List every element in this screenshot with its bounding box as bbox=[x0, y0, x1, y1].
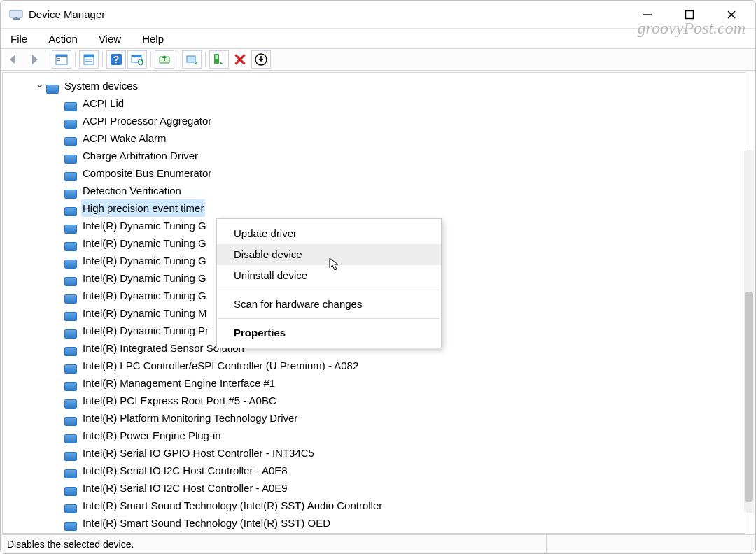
device-icon bbox=[64, 482, 77, 495]
svg-rect-23 bbox=[216, 55, 218, 59]
svg-rect-18 bbox=[132, 55, 141, 57]
device-icon bbox=[64, 307, 77, 320]
device-tree-item[interactable]: Charge Arbitration Driver bbox=[3, 147, 745, 164]
device-tree-item[interactable]: Intel(R) Platform Monitoring Technology … bbox=[3, 409, 745, 427]
device-icon bbox=[64, 342, 77, 355]
device-label: Intel(R) Smart Sound Technology (Intel(R… bbox=[81, 497, 384, 514]
svg-rect-12 bbox=[84, 55, 94, 57]
device-tree-item[interactable]: ACPI Lid bbox=[3, 94, 745, 112]
device-label: Intel(R) Dynamic Tuning G bbox=[81, 234, 208, 252]
svg-rect-9 bbox=[57, 58, 60, 59]
svg-rect-14 bbox=[85, 61, 92, 62]
device-label: Intel(R) Serial IO I2C Host Controller -… bbox=[81, 479, 289, 497]
context-menu-separator bbox=[218, 318, 440, 319]
device-icon bbox=[64, 202, 77, 215]
tree-category-system-devices[interactable]: System devices bbox=[3, 77, 745, 94]
context-menu-item[interactable]: Update driver bbox=[217, 223, 441, 244]
menu-file[interactable]: File bbox=[8, 31, 30, 46]
device-tree-item[interactable]: Intel(R) Smart Sound Technology (Intel(R… bbox=[3, 514, 745, 532]
device-icon bbox=[64, 412, 77, 425]
svg-text:?: ? bbox=[113, 54, 120, 65]
context-menu-separator bbox=[218, 290, 440, 290]
status-cell-2 bbox=[546, 535, 749, 553]
device-icon bbox=[64, 150, 77, 162]
scan-hardware-button[interactable] bbox=[127, 50, 147, 69]
device-tree-item[interactable]: Intel(R) Power Engine Plug-in bbox=[3, 427, 745, 444]
tree-category-label: System devices bbox=[63, 77, 139, 94]
device-tree-item[interactable]: Intel(R) Serial IO I2C Host Controller -… bbox=[3, 479, 745, 497]
toolbar: ? bbox=[1, 48, 755, 71]
help-button[interactable]: ? bbox=[106, 50, 126, 69]
device-label: Intel(R) Serial IO GPIO Host Controller … bbox=[81, 444, 316, 462]
device-label: Intel(R) Smart Sound Technology (Intel(R… bbox=[81, 514, 332, 532]
device-icon bbox=[64, 115, 77, 127]
device-label: Intel(R) Dynamic Tuning G bbox=[81, 217, 208, 234]
context-menu-item[interactable]: Scan for hardware changes bbox=[217, 294, 441, 315]
disable-device-button[interactable] bbox=[182, 50, 202, 69]
watermark-text: groovyPost.com bbox=[638, 19, 746, 38]
back-button[interactable] bbox=[4, 50, 23, 69]
device-icon bbox=[64, 132, 77, 145]
device-label: Intel(R) PCI Express Root Port #5 - A0BC bbox=[81, 392, 278, 409]
svg-rect-2 bbox=[15, 17, 18, 19]
device-label: Intel(R) Management Engine Interface #1 bbox=[81, 374, 276, 392]
svg-rect-8 bbox=[56, 55, 67, 57]
device-icon bbox=[64, 360, 77, 372]
properties-button[interactable] bbox=[79, 50, 99, 69]
device-icon bbox=[64, 395, 77, 407]
update-driver-button[interactable] bbox=[155, 50, 174, 69]
device-tree-item[interactable]: Intel(R) Serial IO GPIO Host Controller … bbox=[3, 444, 745, 462]
device-tree-item[interactable]: Intel(R) LPC Controller/eSPI Controller … bbox=[3, 357, 745, 374]
device-icon bbox=[64, 447, 77, 460]
device-icon bbox=[64, 464, 77, 477]
show-hide-tree-button[interactable] bbox=[52, 50, 71, 69]
device-icon bbox=[64, 325, 77, 337]
device-manager-window: Device Manager groovyPost.com File Actio… bbox=[0, 0, 756, 554]
menu-help[interactable]: Help bbox=[139, 31, 167, 46]
device-label: ACPI Lid bbox=[81, 94, 125, 112]
device-label: Intel(R) Dynamic Tuning M bbox=[81, 304, 209, 322]
menu-action[interactable]: Action bbox=[46, 31, 80, 46]
device-tree-item[interactable]: Intel(R) Serial IO I2C Host Controller -… bbox=[3, 462, 745, 479]
scroll-thumb[interactable] bbox=[745, 292, 753, 502]
device-tree-item[interactable]: Intel(R) PCI Express Root Port #5 - A0BC bbox=[3, 392, 745, 409]
device-tree-item[interactable]: Detection Verification bbox=[3, 182, 745, 199]
svg-rect-21 bbox=[187, 56, 195, 62]
status-text: Disables the selected device. bbox=[7, 539, 134, 550]
device-tree-item[interactable]: Intel(R) Management Engine Interface #1 bbox=[3, 374, 745, 392]
device-category-icon bbox=[46, 80, 59, 92]
forward-button[interactable] bbox=[24, 50, 44, 69]
device-label: High precision event timer bbox=[81, 199, 205, 217]
device-label: Intel(R) Platform Monitoring Technology … bbox=[81, 409, 299, 427]
device-label: ACPI Processor Aggregator bbox=[81, 112, 213, 129]
svg-rect-10 bbox=[57, 60, 60, 61]
device-label: Intel(R) Dynamic Tuning Pr bbox=[81, 322, 210, 339]
device-tree-item[interactable]: Intel(R) Smart Sound Technology (Intel(R… bbox=[3, 497, 745, 514]
device-icon bbox=[64, 429, 77, 442]
device-label: Composite Bus Enumerator bbox=[81, 164, 213, 182]
device-icon bbox=[64, 255, 77, 267]
vertical-scrollbar[interactable] bbox=[744, 150, 754, 513]
add-legacy-hardware-button[interactable] bbox=[251, 50, 271, 69]
device-icon bbox=[64, 290, 77, 302]
chevron-down-icon[interactable] bbox=[32, 76, 46, 95]
device-label: Intel(R) Dynamic Tuning G bbox=[81, 287, 208, 304]
device-label: Intel(R) LPC Controller/eSPI Controller … bbox=[81, 357, 360, 374]
device-tree-item[interactable]: ACPI Wake Alarm bbox=[3, 129, 745, 147]
app-icon bbox=[8, 6, 24, 23]
device-tree-item[interactable]: ACPI Processor Aggregator bbox=[3, 112, 745, 129]
device-tree-item[interactable]: High precision event timer bbox=[3, 199, 745, 217]
context-menu-item[interactable]: Properties bbox=[217, 322, 441, 343]
svg-rect-4 bbox=[686, 10, 694, 18]
window-title: Device Manager bbox=[29, 8, 105, 20]
device-tree-item[interactable]: Composite Bus Enumerator bbox=[3, 164, 745, 182]
context-menu: Update driverDisable deviceUninstall dev… bbox=[216, 218, 442, 348]
menu-view[interactable]: View bbox=[96, 31, 124, 46]
enable-device-button[interactable] bbox=[209, 50, 229, 69]
device-label: Intel(R) Serial IO I2C Host Controller -… bbox=[81, 462, 289, 479]
device-icon bbox=[64, 185, 77, 197]
uninstall-device-button[interactable] bbox=[230, 50, 250, 69]
device-icon bbox=[64, 167, 77, 180]
status-bar: Disables the selected device. bbox=[1, 534, 755, 553]
svg-rect-0 bbox=[10, 10, 22, 17]
